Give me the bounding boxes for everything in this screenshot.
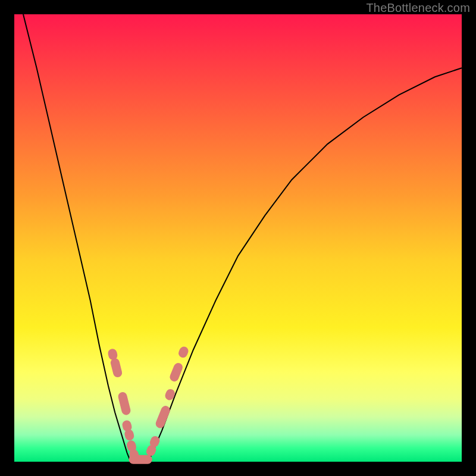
data-marker: [154, 405, 171, 430]
data-marker: [117, 391, 131, 416]
marker-layer: [107, 345, 190, 464]
data-marker: [109, 358, 123, 378]
data-marker: [177, 345, 190, 359]
chart-svg: [14, 14, 462, 462]
bottleneck-curve: [23, 14, 462, 462]
data-marker: [129, 455, 152, 464]
curve-layer: [23, 14, 462, 462]
chart-frame: [14, 14, 462, 462]
data-marker: [164, 388, 176, 402]
watermark-text: TheBottleneck.com: [366, 1, 470, 15]
